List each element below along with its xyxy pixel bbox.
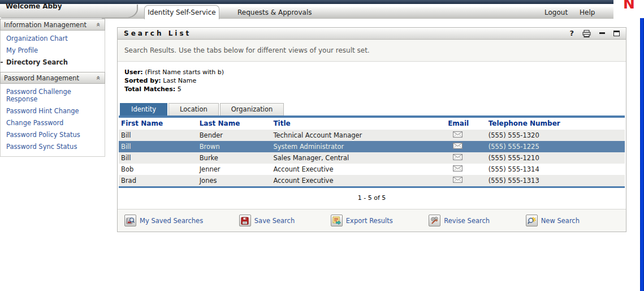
table-row[interactable]: BillBrownSystem Administrator(555) 555-1… bbox=[119, 141, 625, 152]
column-header-title: Title bbox=[271, 118, 446, 130]
sidebar-section-information-management[interactable]: Information Management « bbox=[0, 19, 105, 31]
sidebar-item-directory-search[interactable]: Directory Search bbox=[1, 57, 105, 69]
table-body: BillBenderTechnical Account Manager(555)… bbox=[119, 130, 625, 186]
telephone-cell: (555) 555-1313 bbox=[486, 175, 625, 186]
summary-value: (First Name starts with b) bbox=[145, 69, 224, 76]
first-name-cell: Brad bbox=[119, 175, 197, 186]
sidebar-section-title: Information Management bbox=[4, 21, 87, 29]
action-label: Save Search bbox=[254, 217, 295, 225]
save-search-icon bbox=[239, 215, 251, 226]
tab-identity-self-service[interactable]: Identity Self-Service bbox=[144, 5, 219, 19]
envelope-icon[interactable] bbox=[453, 177, 463, 183]
action-label: My Saved Searches bbox=[140, 217, 203, 225]
sidebar-item-password-hint-change[interactable]: Password Hint Change bbox=[1, 105, 105, 117]
right-edge-accent bbox=[640, 18, 644, 291]
email-cell bbox=[446, 130, 486, 141]
search-results-table: First Name Last Name Title Email Telepho… bbox=[119, 118, 625, 186]
maximize-icon[interactable] bbox=[613, 31, 620, 36]
summary-value: 5 bbox=[178, 85, 181, 93]
logout-link[interactable]: Logout bbox=[544, 7, 568, 19]
portlet-titlebar: Search List ? bbox=[118, 28, 626, 40]
sidebar-section-password-management[interactable]: Password Management « bbox=[0, 72, 105, 84]
table-row[interactable]: BillBenderTechnical Account Manager(555)… bbox=[119, 130, 625, 141]
chevron-up-icon[interactable]: « bbox=[96, 76, 103, 80]
sidebar-item-password-policy-status[interactable]: Password Policy Status bbox=[1, 129, 105, 141]
envelope-icon[interactable] bbox=[453, 143, 463, 149]
telephone-cell: (555) 555-1320 bbox=[486, 130, 625, 141]
sidebar-item-password-sync-status[interactable]: Password Sync Status bbox=[1, 141, 105, 153]
portlet-title: Search List bbox=[124, 29, 569, 37]
column-header-first-name: First Name bbox=[119, 118, 197, 130]
sidebar-items-group: Password Challenge Response Password Hin… bbox=[0, 84, 105, 157]
welcome-message: Welcome Abby bbox=[6, 2, 62, 10]
sidebar-nav: Information Management « Organization Ch… bbox=[0, 19, 105, 157]
last-name-cell: Bender bbox=[197, 130, 271, 141]
tab-organization[interactable]: Organization bbox=[220, 103, 284, 115]
title-cell: Technical Account Manager bbox=[271, 130, 446, 141]
summary-value: Last Name bbox=[163, 77, 196, 84]
title-cell: Account Executive bbox=[271, 164, 446, 175]
summary-sorted-by: Sorted by: Last Name bbox=[124, 76, 619, 85]
title-cell: System Administrator bbox=[271, 141, 446, 152]
email-cell bbox=[446, 141, 486, 152]
help-link[interactable]: Help bbox=[580, 7, 595, 19]
table-row[interactable]: BillBurkeSales Manager, Central(555) 555… bbox=[119, 152, 625, 164]
first-name-cell: Bill bbox=[119, 152, 197, 164]
sidebar-section-title: Password Management bbox=[4, 74, 79, 82]
envelope-icon[interactable] bbox=[453, 154, 463, 160]
print-icon[interactable] bbox=[582, 30, 591, 37]
title-cell: Account Executive bbox=[271, 175, 446, 186]
saved-searches-icon bbox=[124, 215, 136, 226]
last-name-cell: Burke bbox=[197, 152, 271, 164]
action-label: Revise Search bbox=[444, 217, 490, 225]
search-list-portlet: Search List ? Search Results. Use the ta… bbox=[117, 27, 626, 232]
tab-location[interactable]: Location bbox=[168, 103, 219, 115]
export-results-icon bbox=[331, 215, 343, 226]
first-name-cell: Bill bbox=[119, 141, 197, 152]
export-results-button[interactable]: Export Results bbox=[331, 215, 393, 226]
last-name-cell: Jones bbox=[197, 175, 271, 186]
table-row[interactable]: BobJennerAccount Executive(555) 555-1314 bbox=[119, 164, 625, 175]
envelope-icon[interactable] bbox=[453, 131, 463, 138]
novell-logo: N bbox=[613, 0, 644, 18]
sidebar-item-my-profile[interactable]: My Profile bbox=[1, 45, 105, 57]
first-name-cell: Bob bbox=[119, 164, 197, 175]
tab-identity[interactable]: Identity bbox=[120, 103, 167, 115]
action-label: New Search bbox=[541, 217, 580, 225]
sidebar-item-organization-chart[interactable]: Organization Chart bbox=[1, 33, 105, 45]
envelope-icon[interactable] bbox=[453, 165, 463, 172]
last-name-cell: Brown bbox=[197, 141, 271, 152]
pagination-status: 1 - 5 of 5 bbox=[118, 188, 626, 209]
my-saved-searches-button[interactable]: My Saved Searches bbox=[124, 215, 203, 226]
result-view-tabs: Identity Location Organization bbox=[120, 103, 626, 115]
minimize-icon[interactable] bbox=[599, 32, 605, 35]
last-name-cell: Jenner bbox=[197, 164, 271, 175]
summary-label: User: bbox=[124, 69, 143, 76]
summary-label: Total Matches: bbox=[124, 85, 175, 93]
search-summary: User: (First Name starts with b) Sorted … bbox=[118, 62, 626, 93]
sidebar-items-group: Organization Chart My Profile Directory … bbox=[0, 31, 105, 72]
first-name-cell: Bill bbox=[119, 130, 197, 141]
action-label: Export Results bbox=[346, 217, 393, 225]
table-row[interactable]: BradJonesAccount Executive(555) 555-1313 bbox=[119, 175, 625, 186]
sidebar-item-change-password[interactable]: Change Password bbox=[1, 117, 105, 129]
revise-search-button[interactable]: Revise Search bbox=[429, 215, 490, 226]
column-header-email: Email bbox=[446, 118, 486, 130]
table-header-row: First Name Last Name Title Email Telepho… bbox=[119, 118, 625, 130]
tab-requests-approvals[interactable]: Requests & Approvals bbox=[237, 7, 312, 19]
summary-label: Sorted by: bbox=[124, 77, 161, 84]
novell-n-icon: N bbox=[623, 0, 634, 11]
sidebar-item-password-challenge-response[interactable]: Password Challenge Response bbox=[1, 86, 105, 105]
summary-total-matches: Total Matches: 5 bbox=[124, 85, 619, 93]
telephone-cell: (555) 555-1314 bbox=[486, 164, 625, 175]
column-header-telephone: Telephone Number bbox=[486, 118, 625, 130]
title-cell: Sales Manager, Central bbox=[271, 152, 446, 164]
email-cell bbox=[446, 175, 486, 186]
help-icon[interactable]: ? bbox=[569, 29, 574, 37]
email-cell bbox=[446, 152, 486, 164]
new-search-button[interactable]: New Search bbox=[526, 215, 580, 226]
chevron-up-icon[interactable]: « bbox=[96, 23, 103, 27]
email-cell bbox=[446, 164, 486, 175]
new-search-icon bbox=[526, 215, 538, 226]
save-search-button[interactable]: Save Search bbox=[239, 215, 295, 226]
